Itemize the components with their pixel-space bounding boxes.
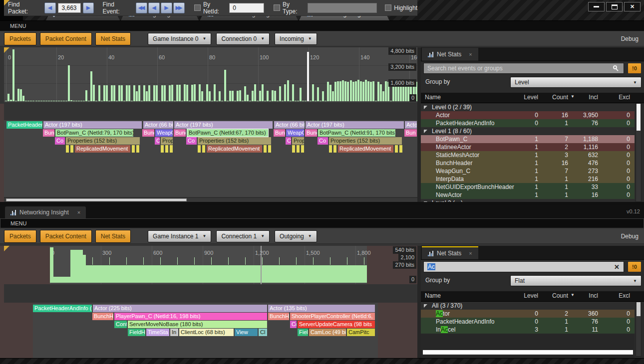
packets-chart-1[interactable]: 0204060801001201401604,800 bits3,200 bit… [4, 47, 417, 102]
packets-button[interactable]: Packets [4, 32, 36, 45]
type-input[interactable] [308, 3, 377, 13]
packet-event-block[interactable] [292, 145, 295, 153]
packet-event-segment[interactable]: Cl [259, 329, 267, 336]
packet-event-segment[interactable]: C [155, 137, 160, 145]
expand-triangle-icon[interactable] [424, 304, 427, 308]
tab-net-stats[interactable]: Net Stats× [422, 246, 478, 259]
filter-count-button[interactable]: !0 [628, 261, 642, 272]
group-by-dropdown[interactable]: Flat▼ [510, 275, 642, 286]
packet-event-segment[interactable]: Bun [404, 129, 417, 137]
first-event-button[interactable]: ◀◀ [136, 2, 147, 13]
packet-event-segment[interactable]: TimeSta [146, 329, 169, 336]
packet-content-tree-1[interactable]: PacketHeaderActor (197 bits)Actor (66 bi… [4, 120, 417, 197]
packet-event-segment[interactable]: Actor (66 bit [143, 121, 173, 129]
packet-event-segment[interactable]: Actor (197 bits) [174, 121, 273, 129]
h-scrollbar-thumb[interactable] [423, 350, 633, 355]
packet-event-block[interactable] [329, 145, 332, 153]
table-group-row[interactable]: Level 1 (8 / 60) [421, 127, 635, 135]
packet-event-segment[interactable]: C [286, 137, 291, 145]
packet-event-segment[interactable]: Bunc [142, 129, 154, 137]
expand-triangle-icon[interactable] [424, 130, 427, 133]
packet-event-block[interactable] [161, 145, 164, 153]
packet-event-block[interactable] [395, 145, 398, 153]
group-by-dropdown[interactable]: Level▼ [510, 77, 642, 88]
packet-event-segment[interactable]: PlayerPawn_C (NetId:16, 198 bits) [114, 313, 267, 320]
net-stats-button[interactable]: Net Stats [95, 230, 131, 243]
dropdown-outgoing[interactable]: Outgoing▼ [275, 230, 317, 242]
packet-event-segment[interactable]: FieldH [128, 329, 145, 336]
close-icon[interactable]: × [469, 51, 472, 57]
expand-triangle-icon[interactable] [424, 106, 427, 109]
packet-content-button[interactable]: Packet Content [40, 230, 92, 243]
packet-event-segment[interactable]: Acto [405, 121, 417, 129]
search-input[interactable]: Ac✕ [423, 261, 624, 272]
packet-event-segment[interactable]: ServerUpdateCamera (98 bits [298, 321, 375, 328]
packet-event-segment[interactable]: ReplicatedMovement [207, 145, 262, 153]
packet-event-segment[interactable]: ServerMoveNoBase (180 bits) [128, 321, 267, 328]
packet-event-segment[interactable]: Actor (225 bits) [93, 305, 267, 312]
packet-event-segment[interactable]: PacketHeader [6, 121, 42, 129]
packet-event-segment[interactable]: WeapG [286, 129, 304, 137]
col-name[interactable]: Name [425, 292, 441, 299]
col-level[interactable]: Level [511, 94, 538, 101]
h-scrollbar-thumb[interactable] [6, 198, 187, 201]
packet-event-segment[interactable]: Bunc [43, 129, 54, 137]
tab-networking-insight[interactable]: Networking Insight × [5, 206, 86, 218]
packet-event-segment[interactable]: Co [318, 137, 328, 145]
packet-event-segment[interactable]: ReplicatedMovement [338, 145, 393, 153]
minimize-button[interactable] [588, 2, 605, 11]
clear-icon[interactable]: ✕ [614, 263, 620, 271]
packet-event-segment[interactable]: ReplicatedMovement [75, 145, 130, 153]
packet-event-block[interactable] [170, 145, 173, 153]
packet-event-block[interactable] [136, 145, 139, 153]
packet-event-segment[interactable]: ClientLoc (68 bits) [179, 329, 234, 336]
packet-event-segment[interactable]: CamPitc [347, 329, 375, 336]
packet-event-segment[interactable]: Prop [292, 137, 304, 145]
table-row[interactable]: Actor0163,9500 [421, 111, 635, 119]
menu-bar-2[interactable]: MENU [0, 218, 644, 228]
table-row[interactable]: InterpData112160 [421, 175, 635, 183]
packet-event-segment[interactable]: Co [186, 137, 197, 145]
table-row[interactable]: WeapGun_C172730 [421, 167, 635, 175]
col-incl[interactable]: Incl [567, 292, 598, 299]
v-scrollbar-thumb[interactable] [637, 104, 641, 131]
packet-event-segment[interactable]: Fiel [298, 329, 308, 336]
packet-event-block[interactable] [165, 145, 168, 153]
packet-event-segment[interactable]: In [170, 329, 178, 336]
col-incl[interactable]: Incl [567, 94, 598, 101]
maximize-button[interactable] [606, 2, 623, 11]
packet-content-button[interactable]: Packet Content [40, 32, 92, 45]
packet-event-segment[interactable]: View [235, 329, 258, 336]
table-row[interactable]: StaticMeshActor136320 [421, 151, 635, 159]
col-level[interactable]: Level [511, 292, 538, 299]
table-row[interactable]: BunchHeader1164760 [421, 159, 635, 167]
packet-event-block[interactable] [198, 145, 201, 153]
table-row[interactable]: NewActor11160 [421, 191, 635, 199]
packet-event-segment[interactable]: Bunc [305, 129, 317, 137]
packet-event-block[interactable] [399, 145, 402, 153]
next-event-button[interactable]: ▶ [161, 2, 172, 13]
col-count[interactable]: Count [541, 292, 568, 299]
packet-event-segment[interactable]: BunchH [268, 313, 289, 320]
debug-label[interactable]: Debug [621, 35, 640, 42]
col-excl[interactable]: Excl [599, 94, 630, 101]
packet-event-block[interactable] [202, 145, 205, 153]
next-packet-button[interactable]: ▶ [83, 2, 94, 13]
packet-event-segment[interactable]: Cont [114, 321, 127, 328]
close-icon[interactable]: × [72, 209, 80, 215]
packet-event-segment[interactable]: WeapG [155, 129, 173, 137]
dropdown-game-instance-1[interactable]: Game Instance 1▼ [148, 230, 211, 242]
net-stats-button[interactable]: Net Stats [95, 32, 131, 45]
packet-event-segment[interactable]: Bunc [274, 129, 285, 137]
last-event-button[interactable]: ▶▶ [173, 2, 185, 13]
search-input[interactable]: Search net events or groups [423, 63, 624, 74]
packet-number-input[interactable]: 3,663 [58, 3, 81, 13]
packet-event-segment[interactable]: BotPawn_C (NetId:67, 170 bits) [187, 129, 268, 137]
menu-label[interactable]: MENU [10, 23, 26, 29]
packet-event-segment[interactable]: BotPawn_C (NetId:91, 170 bits) [318, 129, 395, 137]
v-scrollbar[interactable] [636, 103, 642, 202]
packet-content-tree-2[interactable]: PacketHeaderAndInfo (Actor (225 bits)Act… [4, 303, 417, 358]
table-row[interactable]: InAccel31110 [421, 326, 635, 334]
debug-label[interactable]: Debug [621, 233, 640, 240]
highlight-checkbox[interactable] [385, 4, 391, 11]
